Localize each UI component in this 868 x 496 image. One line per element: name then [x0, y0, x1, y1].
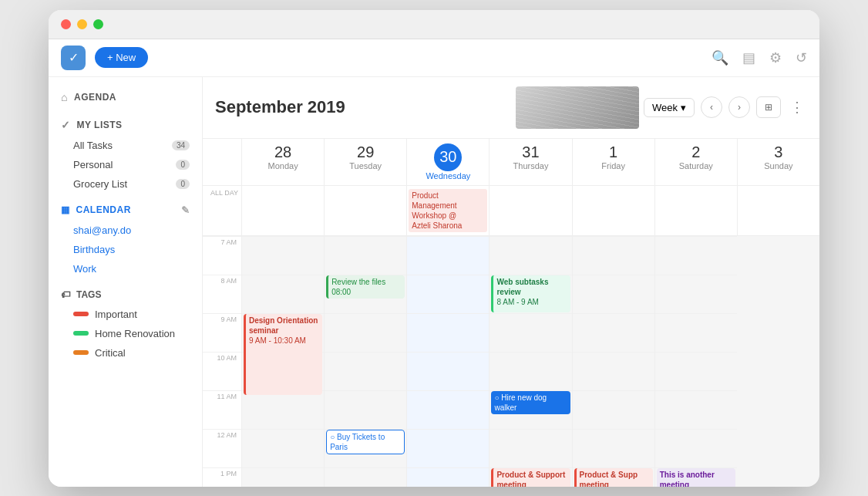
- day-number: 29: [328, 143, 403, 161]
- day-name: Sunday: [741, 161, 816, 170]
- cell-sat-8[interactable]: [655, 275, 737, 313]
- tags-label: TAGS: [76, 289, 101, 300]
- cell-fri-1[interactable]: Product & Supp meeting1:25 PM - 3:15: [573, 467, 654, 487]
- event-buy-tickets[interactable]: ○ Buy Tickets to Paris: [326, 430, 405, 454]
- day-number: 2: [658, 143, 734, 161]
- cell-thu-8[interactable]: Web subtasks review8 AM - 9 AM: [490, 275, 571, 313]
- cell-wed-7[interactable]: [407, 236, 489, 275]
- event-review-files[interactable]: Review the files 08:00: [326, 275, 405, 299]
- cell-tue-12[interactable]: ○ Buy Tickets to Paris: [325, 429, 406, 467]
- day-col-friday: Product & Supp meeting1:25 PM - 3:15: [572, 236, 654, 487]
- list-item-personal[interactable]: Personal 0: [49, 155, 202, 174]
- cell-thu-1[interactable]: Product & Support meeting1:25 PM - 3:15 …: [490, 467, 571, 487]
- tags-header: 🏷 TAGS: [49, 285, 202, 305]
- list-item-all-tasks[interactable]: All Tasks 34: [49, 136, 202, 155]
- day-name: Thursday: [493, 161, 568, 170]
- cell-sat-10[interactable]: [655, 352, 737, 390]
- cell-wed-1[interactable]: [407, 467, 489, 487]
- cell-fri-8[interactable]: [573, 275, 654, 313]
- day-number: 1: [576, 143, 651, 161]
- more-options-button[interactable]: ⋮: [787, 96, 807, 119]
- day-col-saturday: This is another meeting1:25 PM -: [654, 236, 737, 487]
- cell-tue-10[interactable]: [325, 352, 406, 390]
- week-view-select[interactable]: Week ▾: [644, 98, 695, 117]
- tag-dot-critical: [73, 350, 89, 355]
- all-day-event-workshop[interactable]: Product Management Workshop @Azteli Shar…: [409, 189, 487, 232]
- cell-wed-8[interactable]: [407, 275, 489, 313]
- day-col-thursday: Web subtasks review8 AM - 9 AM ○ Hire ne…: [489, 236, 571, 487]
- event-product-support-sat[interactable]: Product & Supp meeting1:25 PM - 3:15: [574, 468, 653, 487]
- time-11am: 11 AM: [203, 390, 241, 429]
- search-icon[interactable]: 🔍: [712, 49, 728, 66]
- event-purple-sun[interactable]: This is another meeting1:25 PM -: [657, 468, 735, 487]
- cell-wed-9[interactable]: [407, 313, 489, 352]
- grid-view-button[interactable]: ⊞: [756, 96, 781, 118]
- my-lists-label: MY LISTS: [77, 120, 123, 130]
- list-label: All Tasks: [73, 140, 113, 151]
- cell-fri-7[interactable]: [573, 236, 654, 275]
- cell-tue-9[interactable]: [325, 313, 406, 352]
- list-badge: 0: [176, 160, 190, 170]
- gear-icon[interactable]: ⚙: [769, 49, 782, 66]
- new-button[interactable]: + New: [95, 47, 148, 68]
- prev-week-button[interactable]: ‹: [701, 96, 722, 118]
- cell-fri-10[interactable]: [573, 352, 654, 390]
- cell-mon-11[interactable]: [242, 390, 324, 429]
- cell-mon-8[interactable]: [242, 275, 324, 313]
- day-name: Tuesday: [328, 161, 403, 170]
- cell-tue-11[interactable]: [325, 390, 406, 429]
- all-day-cell-wed: Product Management Workshop @Azteli Shar…: [406, 186, 489, 235]
- cell-wed-12[interactable]: [407, 429, 489, 467]
- cell-sat-11[interactable]: [655, 390, 737, 429]
- cell-sat-1[interactable]: This is another meeting1:25 PM -: [655, 467, 737, 487]
- calendar-item-shai[interactable]: shai@any.do: [49, 221, 202, 240]
- cell-fri-9[interactable]: [573, 313, 654, 352]
- cell-sat-7[interactable]: [655, 236, 737, 275]
- cell-thu-12[interactable]: [490, 429, 571, 467]
- close-button[interactable]: [61, 19, 71, 29]
- cell-thu-10[interactable]: [490, 352, 571, 390]
- columns-icon[interactable]: ▤: [742, 49, 755, 66]
- calendar-label: CALENDAR: [76, 204, 131, 215]
- event-web-subtasks[interactable]: Web subtasks review8 AM - 9 AM: [491, 275, 570, 312]
- tag-important[interactable]: Important: [49, 305, 202, 324]
- maximize-button[interactable]: [93, 19, 103, 29]
- cell-fri-12[interactable]: [573, 429, 654, 467]
- cell-mon-12[interactable]: [242, 429, 324, 467]
- cell-mon-9[interactable]: Design Orientation seminar9 AM - 10:30 A…: [242, 313, 324, 352]
- edit-icon[interactable]: ✎: [181, 204, 190, 216]
- cell-wed-11[interactable]: [407, 390, 489, 429]
- day-header-2: 2 Saturday: [654, 139, 737, 185]
- calendar-label-group: ▦ CALENDAR: [61, 204, 131, 215]
- time-12pm: 12 AM: [203, 429, 241, 467]
- event-design-orientation[interactable]: Design Orientation seminar9 AM - 10:30 A…: [244, 314, 322, 395]
- cell-thu-7[interactable]: [490, 236, 571, 275]
- cell-tue-1[interactable]: [325, 467, 406, 487]
- cell-wed-10[interactable]: [407, 352, 489, 390]
- cell-thu-11[interactable]: ○ Hire new dog walker: [490, 390, 571, 429]
- cell-mon-7[interactable]: [242, 236, 324, 275]
- cell-mon-1[interactable]: [242, 467, 324, 487]
- list-item-grocery[interactable]: Grocery List 0: [49, 174, 202, 194]
- calendar-item-work[interactable]: Work: [49, 259, 202, 278]
- tag-home-renovation[interactable]: Home Renovation: [49, 324, 202, 343]
- cell-tue-8[interactable]: Review the files 08:00: [325, 275, 406, 313]
- calendar-grid: 28 Monday 29 Tuesday 30 Wednesday: [203, 139, 819, 487]
- minimize-button[interactable]: [77, 19, 87, 29]
- cell-thu-9[interactable]: [490, 313, 571, 352]
- event-product-support-thu[interactable]: Product & Support meeting1:25 PM - 3:15 …: [491, 468, 570, 487]
- time-grid: 7 AM 8 AM 9 AM 10 AM 11 AM 12 AM 1 PM 2 …: [203, 236, 819, 487]
- next-week-button[interactable]: ›: [728, 96, 750, 118]
- cell-sat-9[interactable]: [655, 313, 737, 352]
- day-header-1: 1 Friday: [572, 139, 654, 185]
- cell-sat-12[interactable]: [655, 429, 737, 467]
- calendar-section-header: ▦ CALENDAR ✎: [49, 200, 202, 221]
- my-lists-section: ✓ MY LISTS All Tasks 34 Personal 0 Groce…: [49, 114, 202, 194]
- event-hire-dog-walker[interactable]: ○ Hire new dog walker: [491, 391, 570, 414]
- refresh-icon[interactable]: ↺: [796, 49, 807, 66]
- time-column: 7 AM 8 AM 9 AM 10 AM 11 AM 12 AM 1 PM 2 …: [203, 236, 241, 487]
- cell-fri-11[interactable]: [573, 390, 654, 429]
- calendar-item-birthdays[interactable]: Birthdays: [49, 240, 202, 259]
- cell-tue-7[interactable]: [325, 236, 406, 275]
- tag-critical[interactable]: Critical: [49, 343, 202, 363]
